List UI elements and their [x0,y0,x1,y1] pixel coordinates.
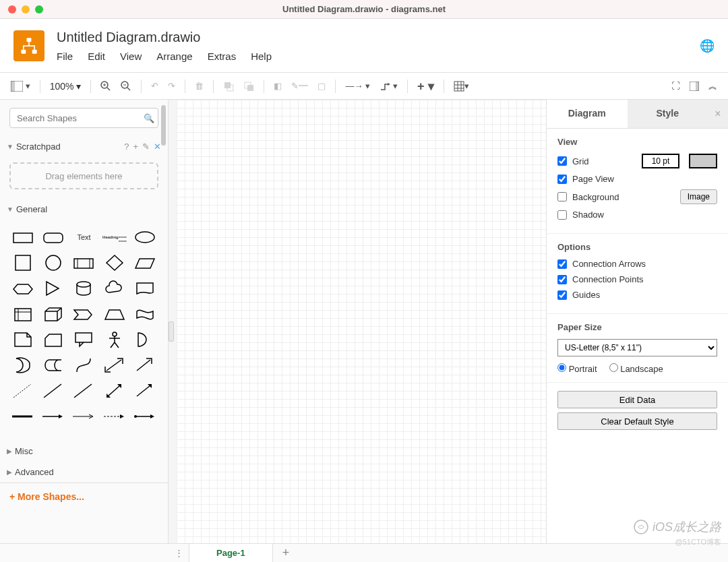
to-front-icon[interactable] [219,78,238,94]
tab-diagram[interactable]: Diagram [547,100,628,128]
shape-bidir-arrow[interactable] [101,354,127,376]
zoom-in-icon[interactable] [96,78,115,94]
fullscreen-icon[interactable]: ⛶ [667,78,684,94]
redo-icon[interactable]: ↷ [164,78,179,94]
clear-style-button[interactable]: Clear Default Style [557,412,717,430]
scratchpad-help-icon[interactable]: ? [124,142,129,152]
line-color-icon[interactable]: ✎ [287,78,312,94]
shape-hexagon[interactable] [9,278,36,299]
menu-view[interactable]: View [120,51,142,62]
search-input[interactable] [9,108,158,128]
to-back-icon[interactable] [239,78,258,94]
shadow-checkbox[interactable] [557,210,567,220]
language-icon[interactable]: 🌐 [700,38,715,53]
shape-text[interactable]: Text [71,226,97,248]
shape-trapezoid[interactable] [101,303,127,325]
minimize-window-icon[interactable] [22,5,30,13]
scratchpad-add-icon[interactable]: + [133,142,138,152]
shape-line2[interactable] [71,380,97,402]
shape-circle[interactable] [40,252,66,274]
grid-color-button[interactable] [689,154,717,168]
scratchpad-close-icon[interactable]: ✕ [154,142,161,152]
shape-curve[interactable] [71,354,97,376]
shape-cube[interactable] [40,303,66,325]
shape-and[interactable] [132,329,158,350]
pages-menu-icon[interactable]: ⋮ [169,548,189,558]
shape-link3[interactable] [71,406,97,427]
canvas-page[interactable] [177,100,546,543]
background-checkbox[interactable] [557,192,567,201]
search-icon[interactable]: 🔍 [144,113,154,123]
shape-diamond[interactable] [101,252,127,274]
shape-ellipse[interactable] [132,226,158,248]
shadow-icon[interactable]: ▢ [313,78,330,94]
close-window-icon[interactable] [8,5,16,13]
shape-tape[interactable] [132,303,158,325]
portrait-radio[interactable] [557,363,566,372]
shape-arrow[interactable] [132,354,158,376]
misc-header[interactable]: ▶ Misc [0,441,168,462]
shape-cloud[interactable] [101,278,127,299]
zoom-level[interactable]: 100%▾ [46,81,86,92]
menu-file[interactable]: File [57,51,73,62]
shape-heading[interactable]: Heading━━━━━━ [101,226,127,248]
scratchpad-header[interactable]: ▼ Scratchpad ? + ✎ ✕ [0,136,168,157]
scratchpad-dropzone[interactable]: Drag elements here [9,162,158,189]
shape-line[interactable] [40,380,66,402]
page-view-checkbox[interactable] [557,175,567,184]
insert-icon[interactable]: + ▾ [413,76,438,96]
conn-points-checkbox[interactable] [557,275,567,284]
tab-style[interactable]: Style [628,100,708,128]
shape-note[interactable] [9,329,36,350]
shape-cylinder[interactable] [71,278,97,299]
shape-actor[interactable] [101,329,127,350]
shape-bidir-connector[interactable] [101,380,127,402]
general-header[interactable]: ▼ General [0,199,168,220]
shape-datastore[interactable] [40,354,66,376]
page-tab[interactable]: Page-1 [189,544,273,562]
sidebar-collapse-handle[interactable] [169,321,174,342]
edit-data-button[interactable]: Edit Data [557,391,717,408]
shape-or[interactable] [9,354,36,376]
menu-extras[interactable]: Extras [208,51,237,62]
collapse-icon[interactable]: ︽ [704,77,721,95]
image-button[interactable]: Image [680,189,717,204]
shape-step[interactable] [71,303,97,325]
document-title[interactable]: Untitled Diagram.drawio [57,30,700,45]
sidebar-scrollbar[interactable] [161,105,166,146]
table-icon[interactable]: ▾ [450,78,473,94]
zoom-out-icon[interactable] [117,78,135,94]
advanced-header[interactable]: ▶ Advanced [0,462,168,482]
shape-triangle[interactable] [40,278,66,299]
shape-parallelogram[interactable] [132,252,158,274]
shape-internal-storage[interactable] [9,303,36,325]
fill-color-icon[interactable]: ◧ [270,78,286,94]
canvas[interactable] [169,100,546,543]
undo-icon[interactable]: ↶ [147,78,162,94]
landscape-radio[interactable] [609,363,618,372]
shape-callout[interactable] [71,329,97,350]
menu-help[interactable]: Help [251,51,272,62]
format-panel-icon[interactable] [686,79,703,94]
shape-link4[interactable] [101,406,127,427]
menu-edit[interactable]: Edit [88,51,105,62]
shape-connector[interactable] [132,380,158,402]
maximize-window-icon[interactable] [35,5,43,13]
shape-document[interactable] [132,278,158,299]
panel-close-icon[interactable]: × [708,100,728,128]
shape-process[interactable] [71,252,97,274]
sidebar-toggle-icon[interactable]: ▾ [7,78,34,94]
connection-icon[interactable]: ―→ ▾ [341,78,374,94]
shape-link1[interactable] [9,406,36,427]
shape-square[interactable] [9,252,36,274]
add-page-icon[interactable]: + [273,546,299,560]
shape-link2[interactable] [40,406,66,427]
shape-card[interactable] [40,329,66,350]
grid-size-input[interactable] [642,154,679,168]
shape-rounded-rectangle[interactable] [40,226,66,248]
app-logo[interactable] [13,30,44,61]
conn-arrows-checkbox[interactable] [557,259,567,269]
waypoint-icon[interactable]: ▾ [375,78,402,94]
paper-size-select[interactable]: US-Letter (8,5" x 11") [557,339,717,356]
delete-icon[interactable]: 🗑 [191,78,208,94]
